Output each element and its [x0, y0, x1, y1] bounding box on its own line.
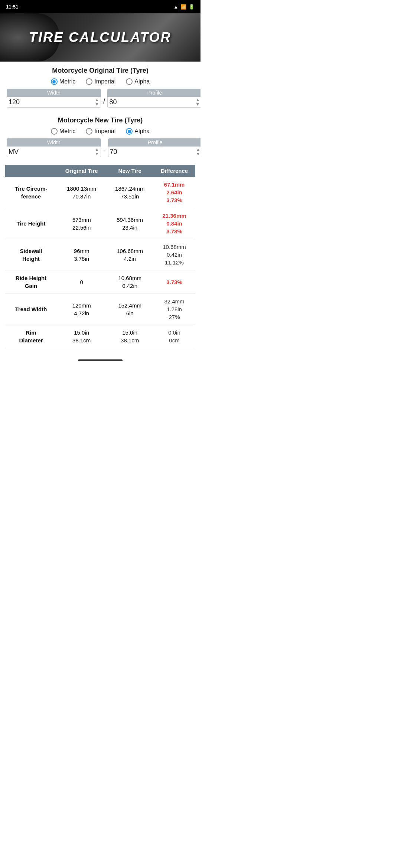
- row-rim-new: 15.0in38.1cm: [106, 325, 153, 348]
- results-header-row: Original Tire New Tire Difference: [5, 165, 195, 177]
- original-imperial-option[interactable]: Imperial: [86, 78, 115, 85]
- row-tread-diff: 32.4mm1.28in27%: [153, 294, 195, 325]
- new-tire-radio-group: Metric Imperial Alpha: [7, 128, 194, 135]
- row-sidewall-original: 96mm3.78in: [57, 239, 106, 270]
- table-row: Tread Width 120mm4.72in 152.4mm6in 32.4m…: [5, 294, 195, 325]
- original-alpha-option[interactable]: Alpha: [126, 78, 150, 85]
- row-sidewall-new: 106.68mm4.2in: [106, 239, 153, 270]
- original-metric-radio[interactable]: [51, 78, 58, 85]
- row-circumference-new: 1867.24mm73.51in: [106, 177, 153, 208]
- new-alpha-radio[interactable]: [126, 128, 133, 135]
- table-row: Tire Height 573mm22.56in 594.36mm23.4in …: [5, 208, 195, 239]
- status-icons: ▲ 📶 🔋: [173, 4, 195, 10]
- network-icon: ▲: [173, 4, 178, 10]
- row-rideheight-label: Ride HeightGain: [5, 270, 57, 294]
- original-width-arrows[interactable]: ▲▼: [95, 98, 99, 106]
- original-separator-1: /: [101, 97, 108, 108]
- new-profile-group: Profile ▲▼: [108, 138, 200, 157]
- home-bar: [78, 359, 123, 361]
- original-width-label: Width: [7, 89, 101, 97]
- original-imperial-label: Imperial: [94, 78, 115, 85]
- original-profile-input[interactable]: [109, 98, 195, 106]
- row-sidewall-label: SidewallHeight: [5, 239, 57, 270]
- original-metric-option[interactable]: Metric: [51, 78, 76, 85]
- original-alpha-label: Alpha: [134, 78, 150, 85]
- new-profile-label: Profile: [108, 138, 200, 147]
- row-tread-new: 152.4mm6in: [106, 294, 153, 325]
- original-profile-group: Profile ▲▼: [107, 89, 200, 108]
- original-tire-radio-group: Metric Imperial Alpha: [7, 78, 194, 85]
- new-width-wrap: ▲▼: [7, 147, 101, 157]
- new-metric-radio[interactable]: [51, 128, 58, 135]
- original-width-wrap: ▲▼: [7, 97, 101, 108]
- header-original-col: Original Tire: [57, 165, 106, 177]
- new-width-input[interactable]: [9, 148, 95, 156]
- table-row: RimDiameter 15.0in38.1cm 15.0in38.1cm 0.…: [5, 325, 195, 348]
- battery-icon: 🔋: [189, 4, 195, 10]
- new-metric-option[interactable]: Metric: [51, 128, 76, 135]
- row-rideheight-original: 0: [57, 270, 106, 294]
- original-width-group: Width ▲▼: [7, 89, 101, 108]
- wifi-icon: 📶: [180, 4, 186, 10]
- original-tire-section: Motorcycle Original Tire (Tyre) Metric I…: [0, 62, 200, 111]
- original-tire-title: Motorcycle Original Tire (Tyre): [7, 67, 194, 75]
- row-height-label: Tire Height: [5, 208, 57, 239]
- new-alpha-option[interactable]: Alpha: [126, 128, 150, 135]
- row-height-new: 594.36mm23.4in: [106, 208, 153, 239]
- app-title: Tire Calculator: [29, 30, 172, 45]
- header-new-col: New Tire: [106, 165, 153, 177]
- table-row: SidewallHeight 96mm3.78in 106.68mm4.2in …: [5, 239, 195, 270]
- row-height-original: 573mm22.56in: [57, 208, 106, 239]
- new-imperial-option[interactable]: Imperial: [86, 128, 115, 135]
- original-imperial-radio[interactable]: [86, 78, 92, 85]
- new-width-arrows[interactable]: ▲▼: [95, 147, 99, 156]
- row-rim-original: 15.0in38.1cm: [57, 325, 106, 348]
- row-rim-diff: 0.0in0cm: [153, 325, 195, 348]
- new-alpha-label: Alpha: [134, 128, 150, 135]
- results-table: Original Tire New Tire Difference Tire C…: [5, 165, 195, 348]
- home-indicator: [0, 356, 200, 364]
- original-profile-arrows[interactable]: ▲▼: [195, 98, 200, 106]
- row-height-diff: 21.36mm0.84in3.73%: [153, 208, 195, 239]
- table-row: Tire Circum-ference 1800.13mm70.87in 186…: [5, 177, 195, 208]
- header-label-col: [5, 165, 57, 177]
- original-profile-label: Profile: [107, 89, 200, 97]
- new-profile-arrows[interactable]: ▲▼: [196, 147, 200, 156]
- new-tire-title: Motorcycle New Tire (Tyre): [7, 116, 194, 124]
- original-alpha-radio[interactable]: [126, 78, 133, 85]
- header-banner: Tire Calculator: [0, 13, 200, 62]
- new-tire-inputs: Width ▲▼ - Profile ▲▼ Rim ▲▼: [7, 138, 194, 157]
- row-circumference-diff: 67.1mm2.64in3.73%: [153, 177, 195, 208]
- original-width-input[interactable]: [9, 98, 95, 106]
- row-circumference-label: Tire Circum-ference: [5, 177, 57, 208]
- row-sidewall-diff: 10.68mm0.42in11.12%: [153, 239, 195, 270]
- table-row: Ride HeightGain 0 10.68mm0.42in 3.73%: [5, 270, 195, 294]
- status-time: 11:51: [6, 4, 18, 10]
- row-tread-label: Tread Width: [5, 294, 57, 325]
- row-tread-original: 120mm4.72in: [57, 294, 106, 325]
- status-bar: 11:51 ▲ 📶 🔋: [0, 0, 200, 13]
- new-imperial-radio[interactable]: [86, 128, 92, 135]
- new-tire-section: Motorcycle New Tire (Tyre) Metric Imperi…: [0, 111, 200, 161]
- new-separator-1: -: [101, 147, 108, 157]
- header-diff-col: Difference: [153, 165, 195, 177]
- original-tire-inputs: Width ▲▼ / Profile ▲▼ R Rim ▲▼: [7, 89, 194, 108]
- original-metric-label: Metric: [59, 78, 76, 85]
- new-width-label: Width: [7, 138, 101, 147]
- results-section: Original Tire New Tire Difference Tire C…: [0, 161, 200, 356]
- row-rim-label: RimDiameter: [5, 325, 57, 348]
- new-profile-input[interactable]: [110, 148, 196, 156]
- original-profile-wrap: ▲▼: [107, 97, 200, 108]
- new-width-group: Width ▲▼: [7, 138, 101, 157]
- row-rideheight-new: 10.68mm0.42in: [106, 270, 153, 294]
- new-imperial-label: Imperial: [94, 128, 115, 135]
- row-circumference-original: 1800.13mm70.87in: [57, 177, 106, 208]
- row-rideheight-diff: 3.73%: [153, 270, 195, 294]
- new-profile-wrap: ▲▼: [108, 147, 200, 157]
- new-metric-label: Metric: [59, 128, 76, 135]
